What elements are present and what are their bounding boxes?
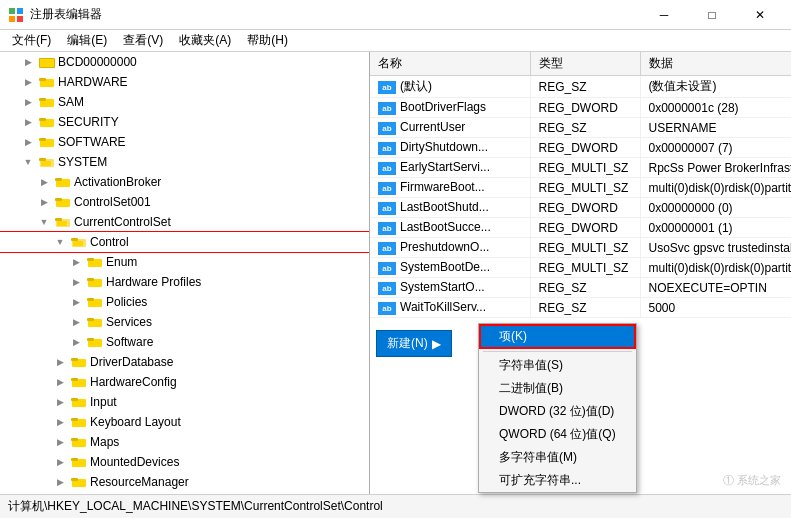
table-row[interactable]: abSystemBootDe... REG_MULTI_SZ multi(0)d… (370, 258, 791, 278)
table-row[interactable]: abPreshutdownO... REG_MULTI_SZ UsoSvc gp… (370, 238, 791, 258)
submenu-dword-label: DWORD (32 位)值(D) (499, 404, 614, 418)
table-row[interactable]: abLastBootSucce... REG_DWORD 0x00000001 … (370, 218, 791, 238)
new-button[interactable]: 新建(N) ▶ (376, 330, 452, 357)
cell-name: abEarlyStartServi... (370, 158, 530, 178)
expand-driverdatabase[interactable] (52, 354, 68, 370)
expand-software-child[interactable] (68, 334, 84, 350)
tree-item-software[interactable]: SOFTWARE (0, 132, 369, 152)
expand-resourcemanager[interactable] (52, 474, 68, 490)
folder-icon (71, 394, 87, 410)
tree-item-system[interactable]: SYSTEM (0, 152, 369, 172)
folder-icon-open (71, 234, 87, 250)
menu-view[interactable]: 查看(V) (115, 30, 171, 51)
expand-activationbroker[interactable] (36, 174, 52, 190)
tree-label-enum: Enum (106, 255, 137, 269)
tree-item-control[interactable]: Control (0, 232, 369, 252)
cell-type: REG_SZ (530, 118, 640, 138)
submenu-item-dword[interactable]: DWORD (32 位)值(D) (479, 400, 636, 423)
maximize-button[interactable]: □ (689, 0, 735, 30)
submenu-item-key[interactable]: 项(K) (479, 324, 636, 349)
tree-item-security[interactable]: SECURITY (0, 112, 369, 132)
svg-rect-8 (39, 78, 46, 81)
svg-rect-16 (39, 158, 46, 161)
expand-mounteddevices[interactable] (52, 454, 68, 470)
table-row[interactable]: abFirmwareBoot... REG_MULTI_SZ multi(0)d… (370, 178, 791, 198)
tree-label-activationbroker: ActivationBroker (74, 175, 161, 189)
submenu-key-label: 项(K) (499, 329, 527, 343)
tree-item-hardwareconfig[interactable]: HardwareConfig (0, 372, 369, 392)
tree-item-hardwareprofiles[interactable]: Hardware Profiles (0, 272, 369, 292)
menu-favorites[interactable]: 收藏夹(A) (171, 30, 239, 51)
expand-software[interactable] (20, 134, 36, 150)
expand-controlset001[interactable] (36, 194, 52, 210)
submenu-item-string[interactable]: 字符串值(S) (479, 354, 636, 377)
svg-rect-49 (71, 458, 78, 461)
folder-icon (39, 134, 55, 150)
expand-currentcontrolset[interactable] (36, 214, 52, 230)
folder-icon-open (39, 154, 55, 170)
tree-item-enum[interactable]: Enum (0, 252, 369, 272)
minimize-button[interactable]: ─ (641, 0, 687, 30)
tree-item-policies[interactable]: Policies (0, 292, 369, 312)
status-bar: 计算机\HKEY_LOCAL_MACHINE\SYSTEM\CurrentCon… (0, 494, 791, 518)
tree-item-keyboardlayout[interactable]: Keyboard Layout (0, 412, 369, 432)
tree-item-sam[interactable]: SAM (0, 92, 369, 112)
expand-keyboardlayout[interactable] (52, 414, 68, 430)
table-row[interactable]: abLastBootShutd... REG_DWORD 0x00000000 … (370, 198, 791, 218)
svg-rect-51 (71, 478, 78, 481)
menu-help[interactable]: 帮助(H) (239, 30, 296, 51)
cell-name: abPreshutdownO... (370, 238, 530, 258)
svg-rect-27 (73, 241, 83, 246)
tree-item-bcd[interactable]: BCD00000000 (0, 52, 369, 72)
tree-item-mounteddevices[interactable]: MountedDevices (0, 452, 369, 472)
table-row[interactable]: abEarlyStartServi... REG_MULTI_SZ RpcSs … (370, 158, 791, 178)
expand-bcd[interactable] (20, 54, 36, 70)
expand-services[interactable] (68, 314, 84, 330)
tree-item-hardware[interactable]: HARDWARE (0, 72, 369, 92)
expand-control[interactable] (52, 234, 68, 250)
close-button[interactable]: ✕ (737, 0, 783, 30)
folder-icon (71, 374, 87, 390)
table-row[interactable]: abSystemStartO... REG_SZ NOEXECUTE=OPTIN (370, 278, 791, 298)
tree-label-services: Services (106, 315, 152, 329)
submenu-item-multistring[interactable]: 多字符串值(M) (479, 446, 636, 469)
cell-type: REG_DWORD (530, 218, 640, 238)
expand-hardware[interactable] (20, 74, 36, 90)
tree-item-services[interactable]: Services (0, 312, 369, 332)
cell-data: 0x00000000 (0) (640, 198, 791, 218)
expand-hardwareprofiles[interactable] (68, 274, 84, 290)
folder-icon (87, 314, 103, 330)
expand-policies[interactable] (68, 294, 84, 310)
tree-item-maps[interactable]: Maps (0, 432, 369, 452)
tree-item-currentcontrolset[interactable]: CurrentControlSet (0, 212, 369, 232)
expand-sam[interactable] (20, 94, 36, 110)
tree-item-resourcemanager[interactable]: ResourceManager (0, 472, 369, 492)
cell-type: REG_MULTI_SZ (530, 158, 640, 178)
menu-file[interactable]: 文件(F) (4, 30, 59, 51)
app-icon (8, 7, 24, 23)
tree-item-controlset001[interactable]: ControlSet001 (0, 192, 369, 212)
table-row[interactable]: ab(默认) REG_SZ (数值未设置) (370, 76, 791, 98)
title-bar: 注册表编辑器 ─ □ ✕ (0, 0, 791, 30)
expand-security[interactable] (20, 114, 36, 130)
table-row[interactable]: abBootDriverFlags REG_DWORD 0x0000001c (… (370, 98, 791, 118)
folder-icon (39, 94, 55, 110)
tree-item-driverdatabase[interactable]: DriverDatabase (0, 352, 369, 372)
tree-item-activationbroker[interactable]: ActivationBroker (0, 172, 369, 192)
folder-icon (39, 74, 55, 90)
table-row[interactable]: abWaitToKillServ... REG_SZ 5000 (370, 298, 791, 318)
expand-hardwareconfig[interactable] (52, 374, 68, 390)
expand-input[interactable] (52, 394, 68, 410)
expand-maps[interactable] (52, 434, 68, 450)
tree-item-input[interactable]: Input (0, 392, 369, 412)
tree-item-software-child[interactable]: Software (0, 332, 369, 352)
expand-system[interactable] (20, 154, 36, 170)
menu-edit[interactable]: 编辑(E) (59, 30, 115, 51)
table-row[interactable]: abCurrentUser REG_SZ USERNAME (370, 118, 791, 138)
submenu-item-expandstring[interactable]: 可扩充字符串... (479, 469, 636, 492)
svg-rect-21 (55, 198, 62, 201)
expand-enum[interactable] (68, 254, 84, 270)
table-row[interactable]: abDirtyShutdown... REG_DWORD 0x00000007 … (370, 138, 791, 158)
submenu-item-binary[interactable]: 二进制值(B) (479, 377, 636, 400)
submenu-item-qword[interactable]: QWORD (64 位)值(Q) (479, 423, 636, 446)
